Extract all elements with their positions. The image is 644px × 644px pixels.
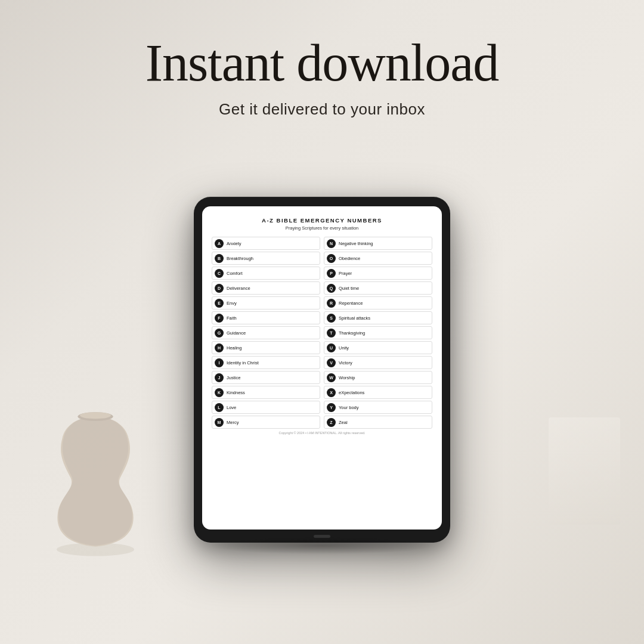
item-label: Negative thinking	[339, 241, 373, 246]
list-item: L Love	[212, 401, 320, 414]
list-item: I Identity in Christ	[212, 356, 320, 369]
letter: E	[218, 301, 221, 305]
letter: G	[218, 331, 221, 335]
item-label: Zeal	[339, 420, 348, 425]
list-item: Q Quiet time	[324, 281, 432, 295]
letter-badge: V	[327, 358, 336, 367]
letter: K	[218, 391, 221, 395]
letter-badge: P	[327, 269, 336, 278]
item-label: Mercy	[227, 420, 239, 425]
item-label: Deliverance	[227, 286, 250, 291]
letter: Y	[330, 405, 333, 410]
item-label: Quiet time	[339, 286, 359, 291]
letter: L	[218, 405, 220, 410]
list-item: P Prayer	[324, 267, 432, 280]
list-item: O Obedience	[324, 252, 432, 265]
item-label: Envy	[227, 301, 237, 306]
letter: X	[330, 391, 333, 395]
list-item: E Envy	[212, 296, 320, 309]
letter-badge: Z	[327, 418, 336, 427]
item-label: Repentance	[339, 301, 363, 306]
list-item: K Kindness	[212, 386, 320, 399]
letter: N	[330, 242, 333, 246]
letter-badge: J	[215, 373, 224, 382]
list-item: R Repentance	[324, 296, 432, 309]
item-label: Healing	[227, 345, 242, 351]
letter: V	[330, 361, 333, 365]
document-title: A-Z BIBLE EMERGENCY NUMBERS	[212, 217, 432, 224]
letter: I	[219, 361, 220, 365]
item-label: Thanksgiving	[339, 330, 365, 336]
letter-badge: D	[215, 284, 224, 293]
letter-badge: Q	[327, 284, 336, 293]
letter: J	[218, 376, 221, 380]
letter: D	[218, 286, 221, 290]
list-item: M Mercy	[212, 416, 320, 429]
letter-badge: C	[215, 269, 224, 278]
letter: C	[218, 271, 221, 275]
letter: O	[330, 256, 333, 261]
list-item: J Justice	[212, 371, 320, 384]
letter-badge: M	[215, 418, 224, 427]
letter-badge: K	[215, 388, 224, 397]
item-label: Obedience	[339, 256, 360, 261]
item-label: Spiritual attacks	[339, 315, 370, 321]
light-block	[549, 417, 620, 525]
letter: U	[330, 346, 333, 350]
list-item: A Anxiety	[212, 237, 320, 250]
list-item: D Deliverance	[212, 281, 320, 295]
item-label: Unity	[339, 345, 349, 351]
letter: F	[218, 316, 220, 320]
item-label: Guidance	[227, 330, 246, 336]
letter-badge: O	[327, 254, 336, 263]
tablet: A-Z BIBLE EMERGENCY NUMBERS Praying Scri…	[194, 197, 450, 543]
letter-badge: A	[215, 239, 224, 248]
item-label: Identity in Christ	[227, 360, 259, 366]
svg-point-2	[80, 412, 111, 419]
list-item: B Breakthrough	[212, 252, 320, 265]
list-item: W Worship	[324, 371, 432, 384]
item-label: Victory	[339, 360, 352, 366]
letter-badge: F	[215, 314, 224, 323]
list-item: C Comfort	[212, 267, 320, 280]
main-title: Instant download	[0, 36, 644, 91]
item-label: Faith	[227, 315, 237, 321]
item-label: Breakthrough	[227, 256, 253, 261]
item-label: Anxiety	[227, 241, 242, 246]
letter-badge: S	[327, 314, 336, 323]
item-label: Your body	[339, 405, 359, 410]
document-subtitle: Praying Scriptures for every situation	[212, 225, 432, 231]
letter-badge: H	[215, 343, 224, 352]
item-label: Comfort	[227, 271, 243, 276]
list-item: V Victory	[324, 356, 432, 369]
letter-badge: U	[327, 343, 336, 352]
vase-decoration	[36, 405, 155, 561]
letter: R	[330, 301, 333, 305]
item-label: Kindness	[227, 390, 245, 395]
list-item: G Guidance	[212, 326, 320, 339]
list-item: Y Your body	[324, 401, 432, 414]
letter-badge: L	[215, 403, 224, 412]
letter-badge: X	[327, 388, 336, 397]
letter-badge: N	[327, 239, 336, 248]
letter-badge: G	[215, 329, 224, 338]
letter: W	[329, 376, 333, 380]
header: Instant download Get it delivered to you…	[0, 36, 644, 119]
letter-badge: R	[327, 299, 336, 308]
tablet-frame: A-Z BIBLE EMERGENCY NUMBERS Praying Scri…	[194, 197, 450, 543]
item-label: Love	[227, 405, 236, 410]
letter-badge: W	[327, 373, 336, 382]
document-footer: Copyright © 2024 • I AM INTENTIONAL. All…	[212, 429, 432, 436]
item-label: Justice	[227, 375, 240, 380]
letter: S	[330, 316, 333, 320]
list-item: F Faith	[212, 311, 320, 324]
letter: T	[330, 331, 332, 335]
list-item: X eXpectations	[324, 386, 432, 399]
list-item: H Healing	[212, 341, 320, 354]
letter-badge: Y	[327, 403, 336, 412]
letter: A	[218, 242, 221, 246]
list-item: N Negative thinking	[324, 237, 432, 250]
document-content: A-Z BIBLE EMERGENCY NUMBERS Praying Scri…	[202, 206, 442, 530]
list-item: Z Zeal	[324, 416, 432, 429]
items-grid: A Anxiety N Negative thinking B Breakthr…	[212, 237, 432, 429]
